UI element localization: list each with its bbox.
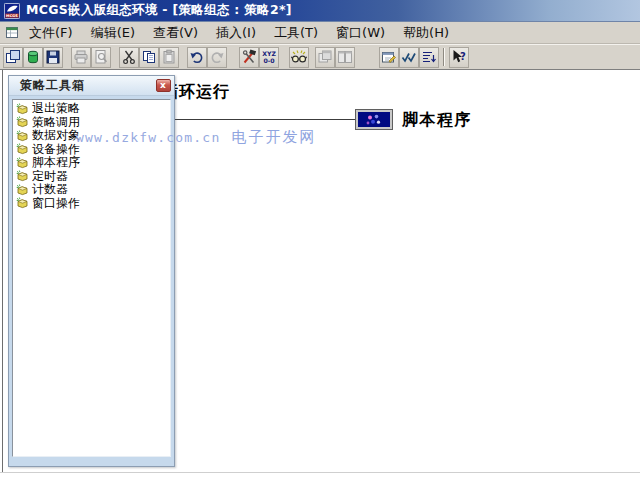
- save-button[interactable]: [43, 47, 63, 68]
- svg-text:MCGS: MCGS: [6, 13, 18, 17]
- strategy-item-icon: [16, 103, 29, 115]
- help-arrow-icon: ?: [451, 49, 467, 65]
- open-project-icon: [25, 49, 41, 65]
- svg-text:?: ?: [460, 51, 466, 62]
- strategy-item-icon: [16, 197, 29, 209]
- script-program-block[interactable]: [355, 109, 393, 130]
- glasses-icon: [291, 49, 307, 65]
- toolbox-item-counter[interactable]: 计数器: [15, 183, 170, 197]
- strategy-item-icon: [16, 143, 29, 155]
- print-icon: [73, 49, 89, 65]
- toolbox-close-button[interactable]: x: [156, 79, 171, 92]
- toolbar-separator: [443, 48, 445, 66]
- redo-button[interactable]: [207, 47, 227, 68]
- script-confetti-icon: [363, 113, 385, 127]
- paste-button[interactable]: [159, 47, 179, 68]
- menu-window[interactable]: 窗口(W): [327, 22, 394, 44]
- print-preview-icon: [93, 49, 109, 65]
- svg-text:0-0: 0-0: [263, 57, 275, 64]
- mcgs-app-window: MCGS MCGS嵌入版组态环境 - [策略组态 : 策略2*] 文件(F) 编…: [0, 0, 640, 495]
- watermark: www.dzkfw.com.cn 电子开发网: [76, 127, 317, 147]
- toolbar: XYZ 0-0: [0, 44, 640, 70]
- print-preview-button[interactable]: [91, 47, 111, 68]
- toolbox-title: 策略工具箱: [20, 77, 85, 94]
- menu-insert[interactable]: 插入(I): [207, 22, 265, 44]
- watermark-url: www.dzkfw.com.cn: [76, 130, 220, 145]
- cut-icon: [121, 49, 137, 65]
- svg-text:XYZ: XYZ: [262, 50, 276, 57]
- toolbox-titlebar[interactable]: 策略工具箱 x: [9, 76, 174, 96]
- toolbox-item-timer[interactable]: 定时器: [15, 170, 170, 184]
- strategy-item-icon: [16, 130, 29, 142]
- undo-button[interactable]: [187, 47, 207, 68]
- copy-button[interactable]: [139, 47, 159, 68]
- data-object-xyz-icon: XYZ 0-0: [261, 49, 277, 65]
- strategy-item-icon: [16, 157, 29, 169]
- strategy-item-icon: [16, 170, 29, 182]
- new-strategy-button[interactable]: [3, 47, 23, 68]
- close-icon: x: [160, 80, 167, 90]
- toolbox-item-script-program[interactable]: 脚本程序: [15, 156, 170, 170]
- document-icon[interactable]: [5, 25, 20, 40]
- menu-file[interactable]: 文件(F): [20, 22, 82, 44]
- undo-icon: [189, 49, 205, 65]
- browse-button[interactable]: [289, 47, 309, 68]
- context-help-button[interactable]: ?: [449, 47, 469, 68]
- window-cascade-button[interactable]: [315, 47, 335, 68]
- cut-button[interactable]: [119, 47, 139, 68]
- watermark-site: 电子开发网: [232, 128, 317, 146]
- window-cascade-icon: [317, 49, 333, 65]
- window-title: MCGS嵌入版组态环境 - [策略组态 : 策略2*]: [26, 2, 292, 19]
- toolbox-list: 退出策略 策略调用 数据对象 设备操作 脚本程序: [12, 99, 171, 457]
- strategy-item-icon: [16, 184, 29, 196]
- strategy-sort-button[interactable]: [419, 47, 439, 68]
- new-strategy-icon: [5, 49, 21, 65]
- menu-edit[interactable]: 编辑(E): [82, 22, 144, 44]
- copy-icon: [141, 49, 157, 65]
- sort-list-icon: [421, 49, 437, 65]
- save-icon: [45, 49, 61, 65]
- toolbox-item-exit-strategy[interactable]: 退出策略: [15, 102, 170, 116]
- data-object-button[interactable]: XYZ 0-0: [259, 47, 279, 68]
- strategy-check-button[interactable]: [399, 47, 419, 68]
- strategy-canvas[interactable]: 循环运行 脚本程序 策略工具箱 x 退出策略: [0, 70, 640, 495]
- window-tile-icon: [337, 49, 353, 65]
- tools-button[interactable]: [239, 47, 259, 68]
- toolbox-item-window-operation[interactable]: 窗口操作: [15, 197, 170, 211]
- menubar: 文件(F) 编辑(E) 查看(V) 插入(I) 工具(T) 窗口(W) 帮助(H…: [0, 22, 640, 44]
- window-tile-button[interactable]: [335, 47, 355, 68]
- print-button[interactable]: [71, 47, 91, 68]
- redo-icon: [209, 49, 225, 65]
- open-project-button[interactable]: [23, 47, 43, 68]
- paste-icon: [161, 49, 177, 65]
- strategy-item-icon: [16, 116, 29, 128]
- titlebar[interactable]: MCGS MCGS嵌入版组态环境 - [策略组态 : 策略2*]: [0, 0, 640, 22]
- menu-view[interactable]: 查看(V): [144, 22, 207, 44]
- properties-button[interactable]: [379, 47, 399, 68]
- tools-hammer-icon: [241, 49, 257, 65]
- script-block-label: 脚本程序: [402, 109, 472, 130]
- menu-tools[interactable]: 工具(T): [265, 22, 327, 44]
- mdi-left-edge: [2, 70, 3, 472]
- mdi-bottom-edge: [0, 472, 640, 473]
- menu-help[interactable]: 帮助(H): [394, 22, 458, 44]
- mcgs-logo-icon: MCGS: [4, 3, 20, 19]
- properties-icon: [381, 49, 397, 65]
- double-check-icon: [401, 49, 417, 65]
